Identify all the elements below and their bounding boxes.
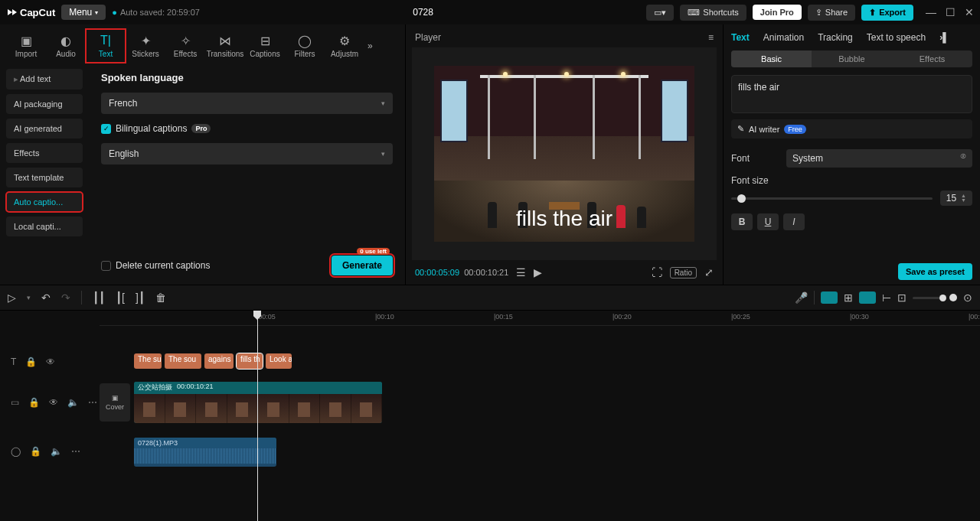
timeline-ruler[interactable]: |00:05 |00:10 |00:15 |00:20 |00:25 |00:3… xyxy=(100,311,980,326)
more-icon[interactable]: ⋯ xyxy=(71,446,80,457)
tab-text[interactable]: T|Text xyxy=(86,29,126,63)
spoken-language-select[interactable]: French▾ xyxy=(101,93,393,114)
timeline[interactable]: |00:05 |00:10 |00:15 |00:20 |00:25 |00:3… xyxy=(0,311,980,521)
lock-icon[interactable]: 🔒 xyxy=(30,446,41,457)
sidebar-item-auto-captions[interactable]: Auto captio... xyxy=(6,192,83,212)
link-icon[interactable]: ⊡ xyxy=(897,291,906,304)
delete-captions-checkbox[interactable]: Delete current captions xyxy=(101,260,210,271)
subtab-effects[interactable]: Effects xyxy=(892,50,972,67)
redo-button[interactable]: ↷ xyxy=(61,291,70,304)
cursor-tool[interactable]: ▷ xyxy=(8,291,16,304)
italic-button[interactable]: I xyxy=(783,213,805,230)
cursor-dropdown[interactable]: ▾ xyxy=(27,294,31,301)
lock-icon[interactable]: 🔒 xyxy=(28,397,40,408)
playhead[interactable] xyxy=(257,311,258,521)
rtab-tracking[interactable]: Tracking xyxy=(818,32,853,43)
eye-icon[interactable]: 👁 xyxy=(46,357,55,367)
ruler-tick: |00:20 xyxy=(612,313,632,321)
magnet-icon[interactable]: ⊢ xyxy=(882,291,891,304)
split-tool[interactable]: ┃┃ xyxy=(93,291,105,304)
tabs-more[interactable]: » xyxy=(364,41,376,51)
zoom-slider[interactable] xyxy=(913,297,943,299)
tab-import[interactable]: ▣Import xyxy=(6,29,46,63)
player-viewport[interactable]: fills the air xyxy=(412,47,717,260)
rtab-tts[interactable]: Text to speech xyxy=(867,32,926,43)
subtab-basic[interactable]: Basic xyxy=(731,50,812,67)
toggle-1[interactable] xyxy=(821,291,838,304)
underline-button[interactable]: U xyxy=(757,213,779,230)
trim-right-tool[interactable]: ]┃ xyxy=(136,291,145,304)
tab-stickers[interactable]: ✦Stickers xyxy=(126,29,165,63)
tab-captions[interactable]: ⊟Captions xyxy=(245,29,285,63)
fullscreen-icon[interactable]: ⤢ xyxy=(704,266,714,278)
sidebar-item-effects[interactable]: Effects xyxy=(6,143,83,163)
caption-clip[interactable]: fills th xyxy=(237,353,263,369)
align-icon[interactable]: ⊞ xyxy=(844,291,853,304)
fontsize-slider[interactable] xyxy=(731,197,933,200)
chevron-down-icon: ▾ xyxy=(381,150,385,158)
subtab-bubble[interactable]: Bubble xyxy=(812,50,892,67)
mute-icon[interactable]: 🔈 xyxy=(51,446,62,457)
undo-button[interactable]: ↶ xyxy=(41,291,51,304)
close-button[interactable]: ✕ xyxy=(965,6,974,18)
ratio-button[interactable]: Ratio xyxy=(670,267,697,278)
lock-icon[interactable]: 🔒 xyxy=(25,357,37,367)
tab-audio[interactable]: ◐Audio xyxy=(46,29,86,63)
crop-icon[interactable]: ⛶ xyxy=(652,266,662,278)
fontsize-input[interactable]: 15 ▲▼ xyxy=(940,190,972,206)
video-clip[interactable]: 公交站拍摄00:00:10:21 xyxy=(134,382,382,423)
menu-button[interactable]: Menu▾ xyxy=(61,5,106,20)
spoken-language-label: Spoken language xyxy=(101,72,393,83)
ai-writer-button[interactable]: ✎ AI writer Free xyxy=(731,119,972,138)
layout-button[interactable]: ▭▾ xyxy=(646,5,674,21)
chevron-down-icon: ▾ xyxy=(381,99,385,107)
sidebar-item-local-captions[interactable]: Local capti... xyxy=(6,217,83,236)
list-icon[interactable]: ☰ xyxy=(516,266,526,278)
maximize-button[interactable]: ☐ xyxy=(946,6,956,18)
save-preset-button[interactable]: Save as preset xyxy=(898,263,972,280)
rtab-text[interactable]: Text xyxy=(731,32,750,43)
rtab-more[interactable]: ›▌ xyxy=(939,32,949,43)
mute-icon[interactable]: 🔈 xyxy=(67,397,79,408)
caption-text-input[interactable]: fills the air xyxy=(731,75,972,113)
text-icon: T| xyxy=(100,34,111,47)
join-pro-button[interactable]: Join Pro xyxy=(753,5,802,20)
bilingual-language-select[interactable]: English▾ xyxy=(101,143,393,164)
tab-effects[interactable]: ✧Effects xyxy=(165,29,205,63)
bold-button[interactable]: B xyxy=(731,213,753,230)
share-button[interactable]: ⇪Share xyxy=(808,5,855,21)
zoom-fit-icon[interactable]: ⊙ xyxy=(963,291,972,304)
caption-overlay[interactable]: fills the air xyxy=(510,205,619,233)
tab-adjustment[interactable]: ⚙Adjustm xyxy=(325,29,364,63)
sidebar-item-add-text[interactable]: ▸Add text xyxy=(6,69,83,90)
eye-icon[interactable]: 👁 xyxy=(49,397,58,408)
cover-slot[interactable]: ▣ Cover xyxy=(100,383,130,422)
sidebar-item-ai-generated[interactable]: AI generated xyxy=(6,119,83,138)
caption-clip[interactable]: Look a xyxy=(266,353,292,369)
generate-button[interactable]: 0 use left Generate xyxy=(332,256,393,275)
sidebar-item-ai-packaging[interactable]: AI packaging xyxy=(6,94,83,114)
player-menu-icon[interactable]: ≡ xyxy=(708,32,714,43)
tab-transitions[interactable]: ⋈Transitions xyxy=(205,29,245,63)
caption-clip[interactable]: The sou xyxy=(165,353,201,369)
more-icon[interactable]: ⋯ xyxy=(88,397,97,408)
play-button[interactable]: ▶ xyxy=(534,266,542,278)
toggle-2[interactable] xyxy=(859,291,876,304)
rtab-animation[interactable]: Animation xyxy=(763,32,804,43)
mic-icon[interactable]: 🎤 xyxy=(795,291,808,304)
auto-captions-options: Spoken language French▾ ✓ Bilingual capt… xyxy=(89,63,405,285)
bilingual-checkbox-row[interactable]: ✓ Bilingual captions Pro xyxy=(101,123,393,134)
tab-filters[interactable]: ◯Filters xyxy=(285,29,325,63)
export-button[interactable]: ⬆Export xyxy=(861,5,913,21)
caption-clip[interactable]: The su xyxy=(134,353,162,369)
audio-clip[interactable]: 0728(1).MP3 xyxy=(134,438,276,467)
font-select[interactable]: System⦿ xyxy=(786,149,972,168)
delete-tool[interactable]: 🗑 xyxy=(155,291,166,304)
trim-left-tool[interactable]: ┃[ xyxy=(116,291,125,304)
zoom-handle[interactable] xyxy=(949,294,957,301)
sidebar-item-text-template[interactable]: Text template xyxy=(6,168,83,187)
shortcuts-button[interactable]: ⌨Shortcuts xyxy=(680,5,746,21)
stepper-icon[interactable]: ▲▼ xyxy=(961,194,966,203)
caption-clip[interactable]: agains xyxy=(204,353,234,369)
minimize-button[interactable]: — xyxy=(926,6,936,18)
